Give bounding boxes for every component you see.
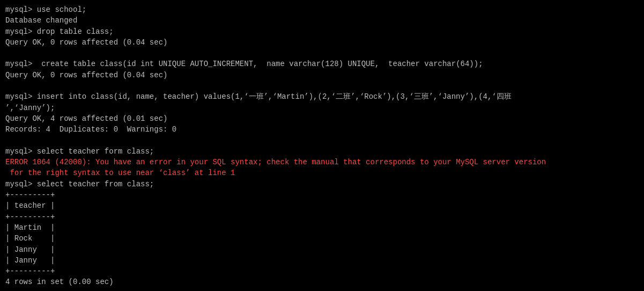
line-6: mysql> create table class(id int UNIQUE … bbox=[5, 59, 639, 69]
line-18: +---------+ bbox=[5, 190, 639, 200]
line-24: | Janny | bbox=[5, 255, 639, 266]
line-2: Database changed bbox=[5, 15, 639, 26]
line-16: for the right syntax to use near ‘class’… bbox=[5, 168, 639, 178]
line-14: mysql> select teacher form class; bbox=[5, 146, 639, 157]
line-11: Query OK, 4 rows affected (0.01 sec) bbox=[5, 113, 639, 124]
line-19: | teacher | bbox=[5, 200, 639, 211]
line-13 bbox=[5, 135, 639, 146]
line-8 bbox=[5, 81, 639, 91]
line-1: mysql> use school; bbox=[5, 4, 639, 15]
line-4: Query OK, 0 rows affected (0.04 sec) bbox=[5, 37, 639, 48]
line-22: | Rock | bbox=[5, 233, 639, 244]
line-9: mysql> insert into class(id, name, teach… bbox=[5, 91, 639, 102]
line-3: mysql> drop table class; bbox=[5, 26, 639, 37]
line-17: mysql> select teacher from class; bbox=[5, 179, 639, 190]
line-10: ’,‘Janny’); bbox=[5, 103, 639, 113]
line-25: +---------+ bbox=[5, 266, 639, 277]
line-5 bbox=[5, 48, 639, 59]
line-7: Query OK, 0 rows affected (0.04 sec) bbox=[5, 70, 639, 81]
line-15: ERROR 1064 (42000): You have an error in… bbox=[5, 157, 639, 168]
line-26: 4 rows in set (0.00 sec) bbox=[5, 277, 639, 287]
line-21: | Martin | bbox=[5, 222, 639, 233]
line-12: Records: 4 Duplicates: 0 Warnings: 0 bbox=[5, 124, 639, 135]
line-27 bbox=[5, 288, 639, 291]
line-20: +---------+ bbox=[5, 212, 639, 222]
line-23: | Janny | bbox=[5, 244, 639, 255]
terminal-window[interactable]: mysql> use school; Database changed mysq… bbox=[0, 0, 644, 291]
